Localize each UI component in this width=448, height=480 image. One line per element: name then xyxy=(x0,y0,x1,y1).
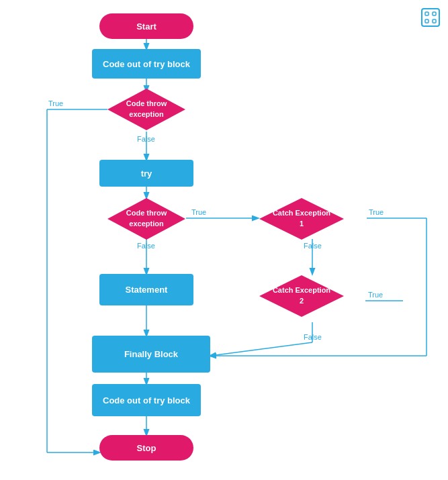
finally-node: Finally Block xyxy=(92,336,210,373)
svg-text:Code throw: Code throw xyxy=(126,99,167,107)
svg-text:True: True xyxy=(369,208,384,216)
svg-text:False: False xyxy=(137,135,155,143)
svg-marker-36 xyxy=(107,89,185,130)
flowchart-diagram: False True False True True False True xyxy=(0,0,448,480)
svg-rect-3 xyxy=(433,19,436,23)
svg-text:False: False xyxy=(304,333,322,341)
svg-marker-45 xyxy=(259,275,344,317)
svg-text:Catch Exception: Catch Exception xyxy=(273,209,330,217)
svg-text:exception: exception xyxy=(129,220,164,228)
stop-node: Stop xyxy=(99,435,193,461)
code-out-1-node: Code out of try block xyxy=(92,49,201,79)
svg-rect-2 xyxy=(425,19,429,23)
svg-marker-42 xyxy=(259,198,344,240)
catch1-node: Catch Exception 1 xyxy=(258,197,345,241)
svg-text:True: True xyxy=(368,291,383,299)
svg-text:Catch Exception: Catch Exception xyxy=(273,286,330,294)
start-node: Start xyxy=(99,13,193,39)
svg-rect-0 xyxy=(425,12,429,15)
svg-text:Code throw: Code throw xyxy=(126,209,167,217)
svg-text:True: True xyxy=(48,99,63,107)
connector-lines: False True False True True False True xyxy=(0,0,448,480)
catch2-node: Catch Exception 2 xyxy=(258,274,345,318)
svg-text:1: 1 xyxy=(300,220,304,228)
scan-icon[interactable] xyxy=(421,8,440,27)
svg-text:False: False xyxy=(304,242,322,250)
svg-rect-1 xyxy=(433,12,436,15)
svg-text:2: 2 xyxy=(300,297,304,305)
try-node: try xyxy=(99,160,193,187)
svg-text:exception: exception xyxy=(129,110,164,118)
svg-text:False: False xyxy=(137,242,155,250)
svg-text:True: True xyxy=(191,208,206,216)
svg-line-33 xyxy=(210,342,312,356)
svg-marker-39 xyxy=(107,198,185,240)
decision1-node: Code throw exception xyxy=(106,87,187,132)
statement-node: Statement xyxy=(99,274,193,305)
decision2-node: Code throw exception xyxy=(106,197,187,241)
code-out-2-node: Code out of try block xyxy=(92,384,201,416)
